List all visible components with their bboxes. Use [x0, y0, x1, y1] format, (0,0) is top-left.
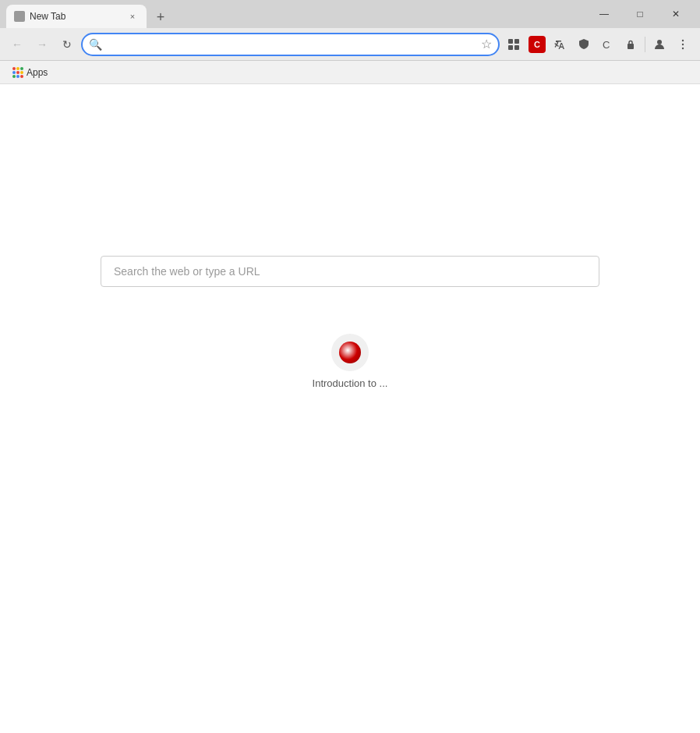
apps-dot	[16, 71, 19, 74]
apps-dot	[12, 67, 16, 70]
translate-icon[interactable]	[550, 34, 571, 55]
forward-button[interactable]: →	[31, 34, 53, 55]
title-bar: New Tab × + — □ ✕	[0, 0, 700, 28]
address-input[interactable]	[107, 38, 476, 50]
apps-dot	[16, 67, 19, 70]
tab-close-button[interactable]: ×	[126, 10, 139, 23]
tab-favicon	[14, 11, 25, 22]
svg-rect-5	[628, 44, 634, 49]
new-tab-button[interactable]: +	[150, 6, 171, 28]
active-tab[interactable]: New Tab ×	[6, 5, 147, 28]
svg-point-6	[657, 40, 662, 44]
bookmark-star-icon[interactable]: ☆	[481, 37, 492, 51]
bookmarks-bar: Apps	[0, 61, 700, 84]
svg-point-9	[682, 47, 684, 48]
apps-dot	[20, 71, 23, 74]
apps-bookmark[interactable]: Apps	[6, 66, 54, 80]
lock-icon[interactable]	[620, 34, 642, 55]
shortcut-area: Introduction to ...	[313, 334, 388, 389]
red-c-label: C	[529, 36, 546, 53]
apps-dot	[20, 67, 23, 70]
back-button[interactable]: ←	[6, 34, 28, 55]
apps-dot	[16, 75, 19, 78]
toolbar-icons: C C	[503, 34, 694, 55]
search-box-placeholder: Search the web or type a URL	[114, 265, 260, 278]
shortcut-title: Introduction to ...	[313, 377, 388, 389]
svg-rect-3	[514, 45, 519, 50]
shortcut-favicon	[339, 342, 361, 363]
shield-icon[interactable]	[573, 34, 595, 55]
svg-point-7	[682, 39, 684, 41]
tab-title: New Tab	[30, 11, 122, 22]
apps-dot	[12, 75, 16, 78]
c-icon[interactable]: C	[596, 34, 618, 55]
maximize-button[interactable]: □	[622, 2, 658, 26]
reload-button[interactable]: ↻	[56, 34, 78, 55]
shortcut-icon-circle[interactable]	[331, 334, 369, 371]
address-bar-wrap: 🔍 ☆	[81, 33, 500, 56]
svg-rect-2	[508, 45, 513, 50]
profile-icon[interactable]	[649, 34, 670, 55]
svg-point-8	[682, 43, 684, 44]
extensions-icon[interactable]	[503, 34, 525, 55]
svg-rect-1	[514, 39, 519, 44]
page-content: Search the web or type a URL Introductio…	[0, 84, 700, 733]
svg-rect-0	[508, 39, 513, 44]
more-options-icon[interactable]	[672, 34, 694, 55]
window-controls: — □ ✕	[586, 2, 694, 26]
apps-grid-icon	[12, 67, 23, 78]
apps-label: Apps	[27, 67, 48, 78]
red-c-icon[interactable]: C	[526, 34, 548, 55]
toolbar-divider	[645, 37, 645, 52]
navigation-bar: ← → ↻ 🔍 ☆ C	[0, 28, 700, 61]
apps-dot	[12, 71, 16, 74]
close-button[interactable]: ✕	[658, 2, 694, 26]
apps-dot	[20, 75, 23, 78]
new-tab-search-box[interactable]: Search the web or type a URL	[101, 256, 599, 287]
tabs-area: New Tab × +	[6, 0, 586, 28]
search-icon: 🔍	[89, 38, 102, 51]
svg-text:C: C	[603, 39, 610, 51]
minimize-button[interactable]: —	[586, 2, 622, 26]
